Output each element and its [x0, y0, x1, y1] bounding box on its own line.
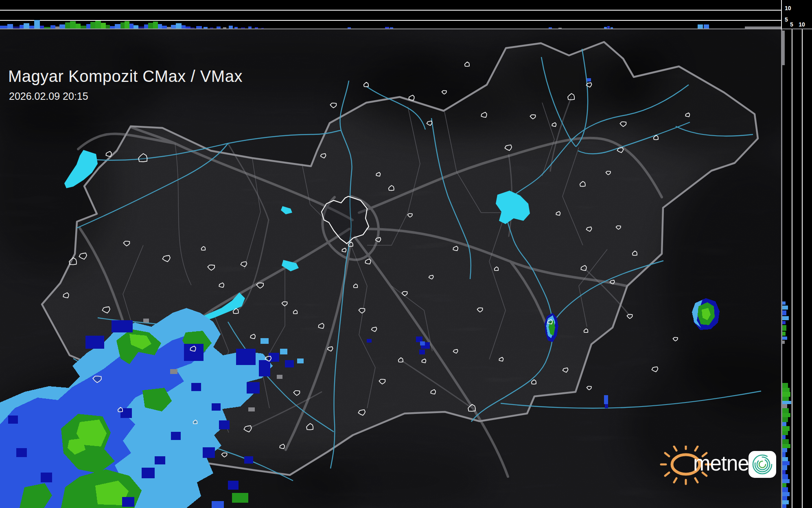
right-profile-bar [782, 404, 787, 408]
precip-pixel [420, 341, 425, 345]
right-profile-bar [782, 444, 790, 448]
page-title: Magyar Kompozit CMax / VMax [8, 67, 243, 86]
right-profile-bar [782, 435, 786, 439]
top-profile-baseline [0, 29, 781, 29]
precip-pixel [280, 349, 287, 354]
right-profile-10km-line [802, 29, 803, 508]
precip-pixel [367, 339, 372, 343]
right-profile-bar [782, 496, 787, 500]
radar-map: Magyar Kompozit CMax / VMax 2026.02.09 2… [0, 29, 782, 508]
precip-pixel [41, 473, 52, 482]
right-profile-bar [782, 452, 786, 457]
top-profile-bar [153, 22, 158, 29]
precip-pixel [203, 447, 215, 458]
right-profile-bar [782, 336, 787, 340]
right-profile-bar [782, 470, 786, 474]
right-profile-bar [782, 413, 790, 417]
precip-pixel [419, 350, 425, 354]
precip-pixel [277, 375, 282, 379]
top-profile-bar [125, 21, 129, 29]
precip-pixel [259, 360, 270, 376]
right-profile-bar [782, 439, 789, 444]
top-profile-bar [90, 22, 95, 29]
precip-pixel [219, 420, 230, 429]
precip-pixel [191, 383, 201, 391]
right-profile-bar [782, 457, 788, 461]
precip-pixel [605, 404, 608, 408]
right-profile-bar [782, 487, 788, 492]
precip-pixel [247, 382, 260, 394]
hungary-map-canvas [0, 29, 782, 508]
precip-pixel [85, 336, 104, 349]
brand-wordmark: metnet [693, 451, 754, 475]
right-profile-bar [782, 483, 786, 487]
right-profile-bar [782, 492, 790, 496]
top-profile-bar [70, 21, 76, 29]
right-profile-bar [782, 479, 790, 483]
precip-pixel [170, 369, 177, 374]
precip-pixel [416, 336, 422, 342]
precip-pixel [212, 403, 221, 411]
timestamp: 2026.02.09 20:15 [9, 90, 88, 102]
top-profile-10km-line [0, 10, 781, 11]
right-axis-tick-10: 10 [797, 21, 806, 28]
right-profile-bar [782, 392, 790, 397]
top-vertical-profile [0, 0, 781, 29]
precip-pixel [16, 448, 27, 457]
right-axis-tick-5: 5 [788, 21, 795, 28]
right-profile-bar [782, 417, 788, 422]
top-axis-tick-10: 10 [785, 5, 791, 11]
right-vertical-profile: 10 5 5 10 [781, 0, 812, 508]
right-profile-bar [782, 31, 785, 65]
precip-pixel [142, 468, 155, 478]
right-profile-bar [782, 448, 787, 452]
precip-pixel [260, 338, 269, 344]
precip-pixel [236, 349, 256, 365]
precip-pixel [248, 407, 255, 411]
right-profile-bar [782, 306, 788, 310]
right-profile-bar [782, 422, 786, 426]
right-profile-bar [782, 388, 790, 392]
precip-pixel [171, 432, 181, 440]
precip-pixel [285, 360, 294, 367]
profile-separator-top [781, 0, 782, 29]
right-profile-bar [782, 397, 789, 401]
precip-pixel [112, 320, 133, 332]
right-profile-bar [782, 301, 786, 305]
precip-pixel [143, 319, 149, 323]
right-profile-5km-line [792, 29, 792, 508]
top-profile-bar [148, 23, 153, 29]
top-profile-bar [65, 22, 70, 29]
right-profile-bar [782, 461, 790, 465]
top-profile-bar [34, 20, 40, 29]
right-profile-bar [782, 383, 788, 388]
profile-separator-right [781, 29, 782, 508]
precip-pixel [604, 395, 608, 404]
right-profile-bar [782, 321, 786, 324]
right-profile-bar [782, 401, 791, 404]
right-profile-bar [782, 500, 789, 504]
precip-pixel [244, 456, 253, 464]
top-profile-bar [101, 23, 106, 29]
right-profile-baseline [781, 29, 812, 29]
right-profile-bar [782, 332, 786, 336]
precip-pixel [122, 497, 134, 507]
right-profile-bar [782, 316, 789, 320]
top-profile-bar [24, 23, 29, 29]
right-profile-bar [782, 431, 788, 435]
precip-pixel [297, 358, 304, 363]
right-profile-bar [782, 426, 790, 431]
precip-pixel [8, 416, 18, 424]
precip-pixel [232, 493, 248, 503]
right-profile-bar [782, 408, 789, 413]
precip-pixel [228, 481, 239, 490]
radar-composite-screen: Magyar Kompozit CMax / VMax 2026.02.09 2… [0, 0, 812, 508]
right-profile-bar [782, 310, 786, 315]
right-profile-bar [782, 465, 787, 470]
precip-pixel [212, 501, 224, 508]
precip-pixel [155, 456, 165, 464]
top-axis-tick-5: 5 [785, 16, 788, 23]
top-profile-5km-line [0, 20, 781, 21]
top-profile-bar [120, 22, 125, 29]
top-profile-bar [176, 23, 182, 29]
